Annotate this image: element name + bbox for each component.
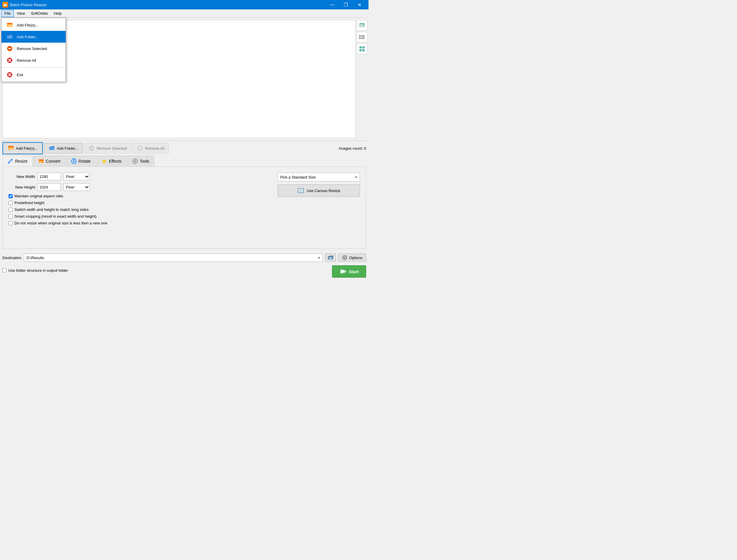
- tab-rotate[interactable]: Rotate: [66, 156, 96, 166]
- remove-selected-btn-icon: [88, 145, 95, 151]
- thumbnail-view-button[interactable]: [357, 20, 367, 31]
- convert-tab-icon: [38, 158, 44, 164]
- width-input[interactable]: [37, 173, 61, 180]
- predefined-height-checkbox[interactable]: [9, 201, 13, 205]
- tab-content-resize: New Width Pixel Percent Inch Cm: [2, 166, 366, 249]
- canvas-resize-icon: [297, 187, 304, 194]
- height-input[interactable]: [37, 183, 61, 191]
- menu-item-view[interactable]: View: [14, 10, 28, 17]
- svg-rect-21: [361, 35, 365, 36]
- add-folder-button[interactable]: Add Folder...: [44, 143, 83, 154]
- menu-item-help[interactable]: Help: [51, 10, 65, 17]
- tab-resize[interactable]: Resize: [2, 156, 33, 166]
- width-unit-select[interactable]: Pixel Percent Inch Cm: [63, 173, 90, 180]
- images-count: Images count: 0: [339, 146, 366, 151]
- svg-point-42: [40, 161, 41, 163]
- remove-selected-btn-label: Remove Selected: [96, 146, 127, 151]
- svg-point-45: [73, 158, 74, 160]
- menu-remove-selected[interactable]: Remove Selected: [1, 43, 66, 54]
- folder-structure-checkbox[interactable]: [2, 268, 6, 272]
- add-folder-btn-label: Add Folder...: [57, 146, 79, 151]
- folder-structure-row: Use folder structure in output folder: [2, 268, 68, 273]
- remove-all-btn-label: Remove All: [145, 146, 164, 151]
- height-row: New Height Pixel Percent Inch Cm: [9, 183, 272, 191]
- smart-crop-checkbox[interactable]: [9, 214, 13, 219]
- svg-rect-29: [8, 146, 14, 147]
- standard-size-select[interactable]: Pick a Standard Size 800×600 1024×768 12…: [277, 173, 360, 181]
- list-view-button[interactable]: [357, 32, 367, 42]
- title-bar: Batch Picture Resizer — ❐ ✕: [0, 0, 368, 9]
- file-menu-container: File Add File(s)...: [1, 10, 14, 17]
- menu-add-folder[interactable]: Add Folder...: [1, 31, 66, 43]
- svg-line-67: [343, 259, 343, 259]
- maximize-button[interactable]: ❐: [339, 0, 352, 9]
- svg-rect-27: [362, 49, 365, 51]
- destination-select[interactable]: D:\Results: [24, 254, 323, 262]
- no-upscale-row: Do not resize when original size is less…: [9, 221, 272, 225]
- svg-rect-23: [361, 38, 365, 39]
- resize-left: New Width Pixel Percent Inch Cm: [9, 173, 272, 228]
- menu-bar: File Add File(s)...: [0, 9, 368, 18]
- remove-all-icon: [6, 57, 13, 64]
- width-row: New Width Pixel Percent Inch Cm: [9, 173, 272, 180]
- menu-item-softorbits[interactable]: SoftOrbits: [28, 10, 51, 17]
- switch-sides-checkbox[interactable]: [9, 208, 13, 212]
- menu-exit[interactable]: Exit: [1, 69, 66, 81]
- start-label: Start: [349, 269, 359, 274]
- tab-resize-label: Resize: [15, 159, 28, 164]
- canvas-resize-button[interactable]: Use Canvas Resize: [277, 184, 360, 197]
- close-button[interactable]: ✕: [352, 0, 366, 9]
- predefined-height-row: Predefined height: [9, 201, 272, 205]
- options-button[interactable]: Options: [338, 254, 366, 262]
- bottom-toolbar: Add File(s)... Add Folder... Remove Sele…: [0, 141, 368, 156]
- tab-convert[interactable]: Convert: [33, 156, 65, 166]
- svg-rect-1: [4, 4, 7, 4]
- window-title: Batch Picture Resizer: [10, 3, 47, 7]
- tab-bar: Resize Convert Rotate: [2, 156, 366, 166]
- start-button[interactable]: Start: [332, 265, 366, 278]
- image-icon: [6, 21, 13, 29]
- tab-rotate-label: Rotate: [79, 159, 91, 164]
- add-folder-btn-icon: [49, 145, 55, 151]
- resize-tab-icon: [7, 158, 13, 164]
- grid-view-button[interactable]: [357, 44, 367, 54]
- grid-view-icon: [359, 46, 365, 52]
- menu-remove-all[interactable]: Remove All: [1, 54, 66, 66]
- svg-rect-25: [362, 46, 365, 49]
- resize-right: Pick a Standard Size 800×600 1024×768 12…: [277, 173, 360, 228]
- add-files-button[interactable]: Add File(s)...: [3, 143, 42, 154]
- remove-selected-icon: [6, 45, 13, 52]
- remove-selected-button[interactable]: Remove Selected: [84, 143, 131, 154]
- svg-rect-41: [39, 159, 44, 161]
- svg-point-58: [344, 257, 345, 259]
- switch-sides-label: Switch width and height to match long si…: [14, 207, 89, 212]
- folder-icon: [6, 33, 13, 40]
- start-icon: [339, 268, 346, 275]
- svg-rect-24: [359, 46, 362, 49]
- remove-all-button[interactable]: Remove All: [132, 143, 169, 154]
- svg-point-20: [359, 38, 360, 39]
- height-label: New Height: [9, 185, 35, 189]
- destination-bar: Destination D:\Results: [0, 251, 368, 264]
- image-view-icon: [359, 22, 365, 29]
- folder-browse-icon: [327, 254, 334, 261]
- no-upscale-checkbox[interactable]: [9, 221, 13, 225]
- add-files-btn-label: Add File(s)...: [16, 146, 38, 151]
- minimize-button[interactable]: —: [325, 0, 339, 9]
- maintain-aspect-row: Maintain original aspect ratio: [9, 194, 272, 198]
- height-unit-select[interactable]: Pixel Percent Inch Cm: [63, 183, 90, 191]
- exit-icon: [6, 71, 13, 78]
- svg-point-18: [359, 35, 360, 36]
- tab-effects[interactable]: Effects: [96, 156, 127, 166]
- menu-separator: [1, 67, 66, 68]
- rotate-tab-icon: [71, 158, 77, 164]
- folder-browse-button[interactable]: [325, 254, 336, 262]
- maintain-aspect-checkbox[interactable]: [9, 194, 13, 198]
- svg-point-19: [359, 36, 360, 38]
- options-gear-icon: [342, 255, 347, 260]
- folder-structure-label: Use folder structure in output folder: [8, 268, 68, 273]
- tab-tools[interactable]: Tools: [127, 156, 154, 166]
- menu-item-file[interactable]: File: [1, 10, 14, 17]
- menu-add-files[interactable]: Add File(s)...: [1, 19, 66, 31]
- file-dropdown-menu: Add File(s)... Add Folder...: [1, 18, 66, 82]
